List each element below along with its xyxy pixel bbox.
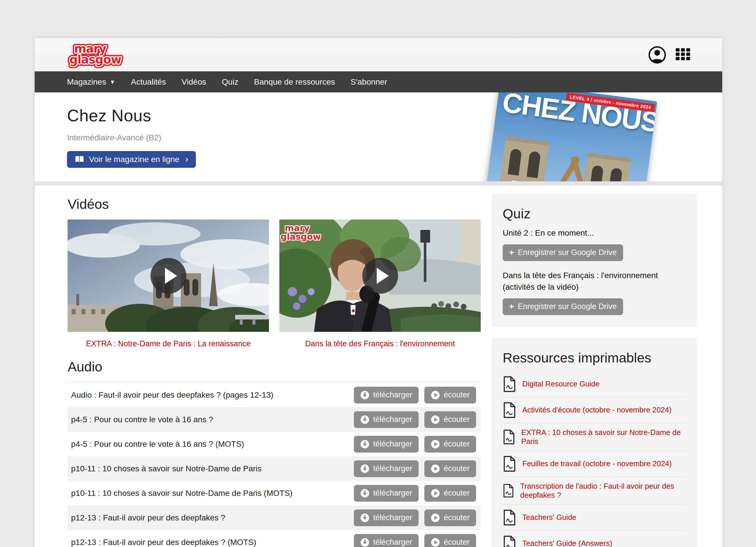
save-google-drive-label: Enregistrer sur Google Drive: [518, 302, 617, 311]
download-circle-icon: [360, 440, 369, 449]
listen-label: écouter: [444, 415, 470, 424]
audio-row: p12-13 : Faut-il avoir peur des deepfake…: [68, 505, 481, 530]
audio-row-buttons: télécharger écouter: [354, 387, 476, 403]
resource-link[interactable]: Feuilles de travail (octobre - novembre …: [522, 459, 672, 468]
download-circle-icon: [360, 538, 369, 547]
header-icons: [648, 45, 693, 64]
listen-button[interactable]: écouter: [424, 436, 476, 453]
audio-list: Audio : Faut-il avoir peur des deepfakes…: [68, 382, 481, 547]
download-button[interactable]: télécharger: [354, 436, 419, 453]
pdf-icon: [503, 456, 516, 472]
view-magazine-label: Voir le magazine en ligne: [89, 155, 179, 164]
nav-item[interactable]: Vidéos: [182, 77, 206, 87]
nav-item[interactable]: Magazines ▼: [67, 77, 115, 87]
play-circle-icon: [431, 489, 440, 498]
nav-item[interactable]: Banque de ressources: [254, 77, 335, 87]
audio-row: p12-13 : Faut-il avoir peur des deepfake…: [68, 530, 481, 547]
resource-link[interactable]: EXTRA : 10 choses à savoir sur Notre-Dam…: [521, 428, 686, 446]
video-thumbnail-notre-dame[interactable]: [68, 219, 269, 332]
resource-link[interactable]: Activités d'écoute (octobre - novembre 2…: [522, 405, 672, 414]
listen-button[interactable]: écouter: [424, 411, 476, 428]
audio-row-buttons: télécharger écouter: [354, 509, 476, 526]
video-card-interview: mary glasgow mary glasgow Dans la tête d…: [279, 219, 481, 348]
resource-link[interactable]: Digital Resource Guide: [522, 379, 599, 388]
audio-row: p4-5 : Pour ou contre le vote à 16 ans ?…: [68, 407, 481, 432]
nav-item[interactable]: Quiz: [222, 77, 239, 87]
audio-title: Audio : Faut-il avoir peur des deepfakes…: [71, 390, 273, 400]
download-button[interactable]: télécharger: [354, 509, 419, 526]
resource-link[interactable]: Transcription de l'audio : Faut-il avoir…: [520, 482, 686, 500]
resource-item: Transcription de l'audio : Faut-il avoir…: [503, 477, 686, 505]
audio-title: p12-13 : Faut-il avoir peur des deepfake…: [71, 538, 256, 547]
mary-glasgow-logo[interactable]: mary glasgow mary glasgow mary glasgow: [66, 42, 124, 68]
download-circle-icon: [360, 390, 369, 400]
play-circle-icon: [431, 415, 440, 424]
resource-link[interactable]: Teachers' Guide (Answers): [522, 539, 612, 547]
save-google-drive-button[interactable]: + Enregistrer sur Google Drive: [503, 298, 623, 315]
listen-button[interactable]: écouter: [424, 485, 476, 502]
resource-item: EXTRA : 10 choses à savoir sur Notre-Dam…: [503, 423, 686, 451]
resources-heading: Ressources imprimables: [503, 350, 686, 366]
pdf-icon: [503, 376, 516, 392]
download-circle-icon: [360, 415, 369, 424]
video-caption-link[interactable]: Dans la tête des Français : l'environnem…: [279, 339, 481, 348]
download-button[interactable]: télécharger: [354, 460, 419, 477]
nav-item-label: Vidéos: [182, 77, 206, 87]
play-button[interactable]: [362, 258, 398, 294]
download-label: télécharger: [373, 440, 412, 449]
video-thumbnail-interview[interactable]: mary glasgow mary glasgow: [279, 219, 481, 332]
nav-item-label: Banque de ressources: [254, 77, 335, 87]
download-button[interactable]: télécharger: [354, 387, 419, 403]
play-circle-icon: [431, 390, 440, 400]
listen-label: écouter: [444, 513, 470, 522]
audio-title: p10-11 : 10 choses à savoir sur Notre-Da…: [71, 489, 293, 498]
download-button[interactable]: télécharger: [354, 485, 419, 502]
cover-tower-right: [580, 153, 631, 181]
quiz-heading: Quiz: [503, 206, 686, 222]
nav-item[interactable]: S'abonner: [350, 77, 387, 87]
resource-item: Teachers' Guide (Answers): [503, 531, 686, 547]
download-label: télécharger: [373, 538, 412, 547]
magazine-cover[interactable]: CHEZ NOUS LEVEL 4 / octobre - novembre 2…: [485, 92, 657, 181]
quiz-items: Unité 2 : En ce moment... + Enregistrer …: [503, 227, 686, 318]
download-button[interactable]: télécharger: [354, 534, 419, 547]
audio-row: Audio : Faut-il avoir peur des deepfakes…: [68, 383, 481, 407]
audio-row-buttons: télécharger écouter: [354, 534, 476, 547]
audio-title: p10-11 : 10 choses à savoir sur Notre-Da…: [71, 464, 261, 473]
nav-item-label: S'abonner: [350, 77, 387, 87]
listen-label: écouter: [444, 538, 470, 547]
download-button[interactable]: télécharger: [354, 411, 419, 428]
quiz-item: Dans la tête des Français : l'environnem…: [503, 270, 686, 318]
nav-item-label: Magazines: [67, 77, 106, 87]
play-circle-icon: [431, 513, 440, 522]
listen-button[interactable]: écouter: [424, 534, 476, 547]
site-header: mary glasgow mary glasgow mary glasgow: [35, 38, 722, 71]
listen-button[interactable]: écouter: [424, 387, 476, 403]
apps-grid-icon[interactable]: [674, 45, 693, 64]
quiz-item-title: Unité 2 : En ce moment...: [503, 227, 686, 239]
play-button[interactable]: [151, 258, 186, 294]
download-circle-icon: [360, 464, 369, 473]
quiz-item-title: Dans la tête des Français : l'environnem…: [503, 270, 686, 293]
audio-row-buttons: télécharger écouter: [354, 485, 476, 502]
video-card-notre-dame: EXTRA : Notre-Dame de Paris : La renaiss…: [68, 219, 269, 348]
listen-button[interactable]: écouter: [424, 509, 476, 526]
audio-row: p10-11 : 10 choses à savoir sur Notre-Da…: [68, 456, 481, 481]
account-icon[interactable]: [648, 45, 667, 64]
audio-row: p4-5 : Pour ou contre le vote à 16 ans ?…: [68, 432, 481, 456]
printable-resources-panel: Ressources imprimables Digital Resource …: [492, 338, 697, 547]
resource-item: Activités d'écoute (octobre - novembre 2…: [503, 397, 686, 423]
nav-item[interactable]: Actualités: [131, 77, 166, 87]
download-circle-icon: [360, 513, 369, 522]
resource-item: Digital Resource Guide: [503, 371, 686, 397]
pdf-icon: [503, 483, 514, 499]
pdf-icon: [503, 429, 515, 445]
listen-button[interactable]: écouter: [424, 460, 476, 477]
chevron-right-icon: ›: [185, 154, 188, 164]
view-magazine-button[interactable]: Voir le magazine en ligne ›: [67, 151, 196, 168]
video-caption-link[interactable]: EXTRA : Notre-Dame de Paris : La renaiss…: [68, 339, 269, 348]
save-google-drive-button[interactable]: + Enregistrer sur Google Drive: [503, 244, 623, 261]
resource-link[interactable]: Teachers' Guide: [522, 513, 576, 522]
audio-row-buttons: télécharger écouter: [354, 411, 476, 428]
chevron-down-icon: ▼: [109, 79, 115, 85]
